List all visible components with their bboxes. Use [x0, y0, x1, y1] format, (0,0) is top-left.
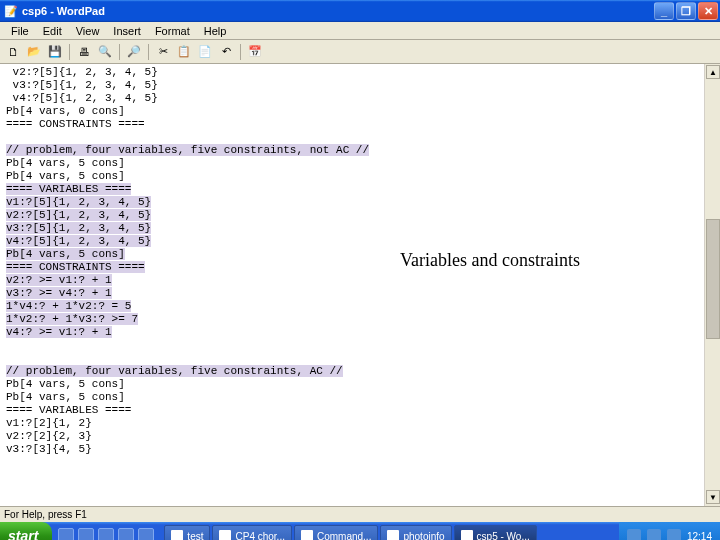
taskbar: start testCP4 chor...Command...photoinfo… — [0, 522, 720, 540]
taskbar-item[interactable]: CP4 chor... — [212, 525, 291, 540]
menu-insert[interactable]: Insert — [106, 24, 148, 38]
close-button[interactable]: ✕ — [698, 2, 718, 20]
titlebar: 📝 csp6 - WordPad _ ❐ ✕ — [0, 0, 720, 22]
status-text: For Help, press F1 — [4, 509, 87, 520]
maximize-button[interactable]: ❐ — [676, 2, 696, 20]
tray-icon[interactable] — [627, 529, 641, 540]
open-icon[interactable]: 📂 — [25, 43, 43, 61]
document-content[interactable]: v2:?[5]{1, 2, 3, 4, 5} v3:?[5]{1, 2, 3, … — [6, 66, 702, 456]
task-label: photoinfo — [403, 531, 444, 541]
taskbar-item[interactable]: test — [164, 525, 210, 540]
task-label: test — [187, 531, 203, 541]
tray-icon[interactable] — [647, 529, 661, 540]
toolbar-separator — [69, 44, 70, 60]
toolbar-separator — [240, 44, 241, 60]
menu-file[interactable]: File — [4, 24, 36, 38]
task-icon — [171, 530, 183, 540]
quick-launch — [52, 528, 160, 540]
ql-icon[interactable] — [78, 528, 94, 540]
menu-format[interactable]: Format — [148, 24, 197, 38]
find-icon[interactable]: 🔎 — [125, 43, 143, 61]
task-icon — [301, 530, 313, 540]
task-label: Command... — [317, 531, 371, 541]
undo-icon[interactable]: ↶ — [217, 43, 235, 61]
copy-icon[interactable]: 📋 — [175, 43, 193, 61]
print-icon[interactable]: 🖶 — [75, 43, 93, 61]
start-button[interactable]: start — [0, 522, 52, 540]
scroll-down-icon[interactable]: ▼ — [706, 490, 720, 504]
menu-help[interactable]: Help — [197, 24, 234, 38]
statusbar: For Help, press F1 — [0, 506, 720, 522]
annotation-label: Variables and constraints — [400, 250, 580, 271]
toolbar-separator — [148, 44, 149, 60]
scroll-up-icon[interactable]: ▲ — [706, 65, 720, 79]
minimize-button[interactable]: _ — [654, 2, 674, 20]
task-icon — [387, 530, 399, 540]
taskbar-item[interactable]: csp5 - Wo... — [454, 525, 537, 540]
ql-icon[interactable] — [118, 528, 134, 540]
toolbar: 🗋📂💾🖶🔍🔎✂📋📄↶📅 — [0, 40, 720, 64]
taskbar-items: testCP4 chor...Command...photoinfocsp5 -… — [160, 525, 619, 540]
menu-view[interactable]: View — [69, 24, 107, 38]
date-icon[interactable]: 📅 — [246, 43, 264, 61]
save-icon[interactable]: 💾 — [46, 43, 64, 61]
toolbar-separator — [119, 44, 120, 60]
vertical-scrollbar[interactable]: ▲ ▼ — [704, 64, 720, 506]
document-area[interactable]: v2:?[5]{1, 2, 3, 4, 5} v3:?[5]{1, 2, 3, … — [0, 64, 720, 506]
window-title: csp6 - WordPad — [22, 5, 652, 17]
cut-icon[interactable]: ✂ — [154, 43, 172, 61]
task-label: CP4 chor... — [235, 531, 284, 541]
taskbar-item[interactable]: photoinfo — [380, 525, 451, 540]
paste-icon[interactable]: 📄 — [196, 43, 214, 61]
new-icon[interactable]: 🗋 — [4, 43, 22, 61]
menubar: File Edit View Insert Format Help — [0, 22, 720, 40]
preview-icon[interactable]: 🔍 — [96, 43, 114, 61]
tray-icon[interactable] — [667, 529, 681, 540]
ql-icon[interactable] — [98, 528, 114, 540]
menu-edit[interactable]: Edit — [36, 24, 69, 38]
app-icon: 📝 — [4, 4, 18, 18]
ql-icon[interactable] — [58, 528, 74, 540]
clock[interactable]: 12:14 — [687, 531, 712, 541]
system-tray[interactable]: 12:14 — [619, 522, 720, 540]
taskbar-item[interactable]: Command... — [294, 525, 378, 540]
scroll-thumb[interactable] — [706, 219, 720, 339]
ql-icon[interactable] — [138, 528, 154, 540]
task-icon — [219, 530, 231, 540]
task-icon — [461, 530, 473, 540]
task-label: csp5 - Wo... — [477, 531, 530, 541]
